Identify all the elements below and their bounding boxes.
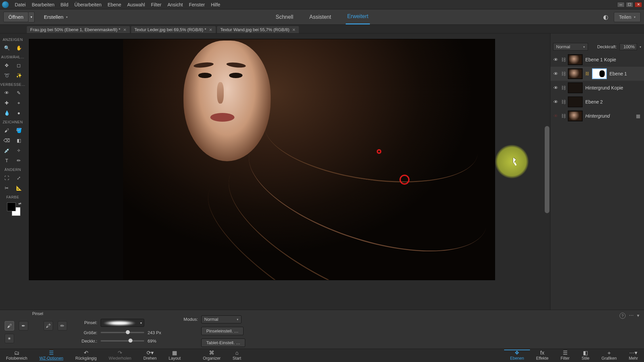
visibility-toggle-icon[interactable]: 👁: [553, 99, 558, 105]
recompose-tool-icon[interactable]: ⤢: [15, 174, 22, 182]
brush-variant-button[interactable]: 🖌: [5, 321, 14, 330]
menu-bearbeiten[interactable]: Bearbeiten: [32, 2, 55, 7]
redeye-tool-icon[interactable]: 👁: [3, 89, 10, 97]
tool-options-button[interactable]: ☰WZ-Optionen: [33, 350, 69, 361]
layer-thumbnail[interactable]: [568, 82, 583, 93]
help-icon[interactable]: ?: [620, 313, 626, 319]
gradient-tool-icon[interactable]: ◧: [15, 137, 22, 144]
link-icon[interactable]: ⛓: [561, 85, 565, 90]
rotate-button[interactable]: ⟳▾Drehen: [137, 350, 162, 361]
menu-ansicht[interactable]: Ansicht: [167, 2, 183, 7]
close-icon[interactable]: ✕: [123, 27, 126, 32]
impressionist-brush-button[interactable]: ✒: [19, 321, 28, 330]
menu-bild[interactable]: Bild: [60, 2, 68, 7]
layer-name[interactable]: Ebene 1: [609, 71, 627, 76]
color-swatch[interactable]: ⇄: [7, 202, 20, 216]
clone-tool-icon[interactable]: ⌖: [15, 99, 22, 107]
menu-ebene[interactable]: Ebene: [108, 2, 121, 7]
move-content-tool-icon[interactable]: ✂: [3, 184, 10, 192]
menu-ueberarbeiten[interactable]: Überarbeiten: [74, 2, 102, 7]
bucket-tool-icon[interactable]: 🪣: [15, 127, 22, 134]
blur-tool-icon[interactable]: 💧: [3, 109, 10, 117]
swap-colors-icon[interactable]: ⇄: [18, 202, 21, 205]
layer-name[interactable]: Hintergrund Kopie: [585, 85, 623, 90]
straighten-tool-icon[interactable]: 📐: [15, 184, 22, 192]
menu-hilfe[interactable]: Hilfe: [211, 2, 220, 7]
marquee-tool-icon[interactable]: ◻: [15, 62, 22, 69]
text-tool-icon[interactable]: T: [3, 157, 10, 164]
menu-auswahl[interactable]: Auswahl: [127, 2, 145, 7]
document-tab[interactable]: Textur Wand.jpg bei 55,7% (RGB/8) ✕: [217, 26, 299, 33]
layer-name[interactable]: Ebene 2: [585, 99, 603, 105]
close-icon[interactable]: ✕: [209, 27, 212, 32]
eyedropper-tool-icon[interactable]: 💉: [3, 147, 10, 154]
layer-row[interactable]: 👁 ⛓ Hintergrund ▦: [550, 109, 644, 123]
mode-tab-advanced[interactable]: Erweitert: [346, 9, 370, 24]
visibility-toggle-icon[interactable]: 👁: [553, 113, 558, 119]
heal-tool-icon[interactable]: ✚: [3, 99, 10, 107]
chevron-down-icon[interactable]: ▾: [640, 45, 641, 49]
pencil-tool-icon[interactable]: ✏: [15, 157, 22, 164]
size-slider[interactable]: [101, 332, 144, 333]
link-icon[interactable]: ⛓: [561, 99, 565, 105]
window-close-button[interactable]: ✕: [635, 2, 642, 7]
visibility-toggle-icon[interactable]: 👁: [553, 85, 558, 90]
mask-link-icon[interactable]: ⛓: [585, 71, 589, 76]
document-tab[interactable]: Textur Leder.jpg bei 69,5% (RGB/8) * ✕: [131, 26, 216, 33]
redo-button[interactable]: ↷Wiederholen: [103, 350, 137, 361]
layer-row[interactable]: 👁 ⛓ Ebene 2: [550, 95, 644, 109]
layer-thumbnail[interactable]: [568, 54, 583, 65]
close-icon[interactable]: ✕: [292, 27, 296, 32]
link-icon[interactable]: ⛓: [561, 57, 565, 62]
share-button[interactable]: Teilen ▾: [614, 12, 641, 22]
link-icon[interactable]: ⛓: [561, 113, 565, 119]
organizer-button[interactable]: ⌘Organizer: [197, 350, 227, 361]
more-panel-button[interactable]: ⋯▾Mehr: [623, 350, 644, 361]
window-maximize-button[interactable]: ☐: [626, 2, 633, 7]
visibility-toggle-icon[interactable]: 👁: [553, 57, 558, 62]
menu-filter[interactable]: Filter: [151, 2, 161, 7]
layers-panel-button[interactable]: ❖Ebenen: [504, 350, 530, 361]
opacity-input[interactable]: 100%: [620, 43, 637, 50]
layout-button[interactable]: ▦Layout: [163, 350, 187, 361]
undo-button[interactable]: ↶Rückgängig: [69, 350, 103, 361]
layer-mask-thumbnail[interactable]: [592, 68, 607, 79]
brush-tool-icon[interactable]: 🖌: [3, 127, 10, 134]
mode-tab-quick[interactable]: Schnell: [274, 9, 294, 24]
menu-fenster[interactable]: Fenster: [189, 2, 205, 7]
pencil-variant-button[interactable]: ✏: [58, 321, 67, 330]
menu-datei[interactable]: Datei: [15, 2, 26, 7]
move-tool-icon[interactable]: ✥: [3, 62, 10, 69]
vertical-scrollbar[interactable]: [545, 39, 550, 310]
crop-tool-icon[interactable]: ⛶: [3, 174, 10, 182]
shape-tool-icon[interactable]: ✧: [15, 147, 22, 154]
sponge-tool-icon[interactable]: ●: [15, 109, 22, 117]
layer-name[interactable]: Ebene 1 Kopie: [585, 57, 616, 62]
opacity-value[interactable]: 69%: [148, 339, 168, 344]
whiten-tool-icon[interactable]: ✎: [15, 89, 22, 97]
effects-panel-button[interactable]: fxEffekte: [530, 350, 554, 361]
graphics-panel-button[interactable]: ＋Grafiken: [595, 350, 623, 361]
tablet-settings-button[interactable]: Tablet-Einstell. …: [201, 339, 245, 347]
filter-panel-button[interactable]: ☰Filter: [554, 350, 576, 361]
opacity-slider[interactable]: [101, 340, 144, 342]
link-icon[interactable]: ⛓: [561, 71, 565, 76]
visibility-toggle-icon[interactable]: 👁: [553, 71, 558, 76]
home-button[interactable]: ⌂Start: [227, 350, 247, 361]
foreground-color-swatch[interactable]: [7, 202, 16, 211]
layer-thumbnail[interactable]: [568, 111, 583, 121]
layer-thumbnail[interactable]: [568, 68, 583, 79]
create-button[interactable]: Erstellen ▾: [41, 12, 71, 22]
layer-row[interactable]: 👁 ⛓ Ebene 1 Kopie: [550, 53, 644, 67]
blend-mode-select[interactable]: Normal ▾: [553, 43, 588, 51]
blend-mode-dropdown[interactable]: Normal ▾: [201, 315, 241, 323]
document-canvas[interactable]: [29, 39, 495, 280]
color-replace-brush-button[interactable]: 🖍: [44, 321, 53, 330]
window-minimize-button[interactable]: ─: [617, 2, 625, 7]
wand-tool-icon[interactable]: ✨: [15, 72, 22, 79]
photobin-button[interactable]: 🗂Fotobereich: [0, 350, 33, 361]
open-button[interactable]: Öffnen: [3, 12, 29, 22]
mode-tab-assistant[interactable]: Assistent: [308, 9, 332, 24]
layer-name[interactable]: Hintergrund: [585, 113, 610, 119]
layer-row[interactable]: 👁 ⛓ Hintergrund Kopie: [550, 81, 644, 95]
